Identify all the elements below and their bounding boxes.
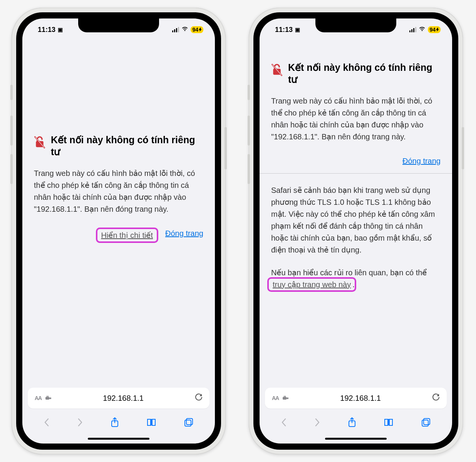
- share-button[interactable]: [111, 417, 119, 430]
- cellular-signal-icon: [409, 27, 416, 32]
- tabs-button[interactable]: [184, 417, 194, 430]
- cellular-signal-icon: [172, 27, 179, 32]
- bottom-toolbar: [260, 412, 452, 438]
- notch: [78, 18, 159, 32]
- url-text: 192.168.1.1: [103, 394, 144, 403]
- detail-text: Safari sẽ cảnh báo bạn khi trang web sử …: [271, 184, 441, 256]
- insecure-lock-icon: [271, 63, 283, 76]
- nav-back-button[interactable]: [281, 418, 287, 429]
- page-content: Kết nối này không có tính riêng tư Trang…: [22, 41, 215, 388]
- svg-rect-13: [283, 397, 287, 400]
- insecure-lock-icon: [34, 136, 45, 149]
- status-time: 11:13: [275, 26, 293, 34]
- nav-forward-button[interactable]: [314, 418, 320, 429]
- phone-mockup-right: 11:13 ▣ 94: [249, 8, 463, 454]
- close-page-link[interactable]: Đóng trang: [402, 157, 441, 166]
- svg-rect-8: [186, 418, 193, 425]
- svg-rect-9: [185, 420, 191, 426]
- visit-website-link[interactable]: truy cập trang web này: [273, 280, 351, 289]
- warning-title: Kết nối này không có tính riêng tư: [288, 62, 441, 86]
- show-details-link[interactable]: Hiển thị chi tiết: [101, 231, 153, 239]
- warning-body: Trang web này có cấu hình bảo mật lỗi th…: [271, 95, 441, 143]
- orientation-lock-icon: ▣: [295, 27, 300, 33]
- phone-mockup-left: 11:13 ▣ 94: [12, 8, 226, 454]
- home-indicator[interactable]: [325, 438, 387, 440]
- bottom-toolbar: [22, 412, 215, 438]
- battery-indicator: 94: [191, 26, 203, 33]
- svg-rect-4: [49, 398, 51, 399]
- nav-forward-button[interactable]: [77, 418, 83, 429]
- nav-back-button[interactable]: [44, 418, 50, 429]
- warning-body: Trang web này có cấu hình bảo mật lỗi th…: [34, 167, 203, 215]
- svg-rect-16: [285, 396, 286, 397]
- tabs-button[interactable]: [421, 417, 431, 430]
- extension-icon: [45, 396, 52, 400]
- annotation-highlight: Hiển thị chi tiết: [96, 228, 158, 243]
- svg-rect-15: [284, 396, 285, 397]
- svg-rect-19: [422, 420, 428, 426]
- warning-title: Kết nối này không có tính riêng tư: [51, 134, 203, 158]
- bookmarks-button[interactable]: [384, 418, 394, 429]
- text-size-button[interactable]: AA: [272, 395, 279, 401]
- bookmarks-button[interactable]: [146, 418, 156, 429]
- svg-rect-6: [48, 396, 49, 397]
- close-page-link[interactable]: Đóng trang: [165, 229, 203, 241]
- extension-icon: [283, 396, 289, 400]
- share-button[interactable]: [348, 417, 356, 430]
- notch: [315, 18, 396, 32]
- home-indicator[interactable]: [88, 438, 149, 440]
- battery-indicator: 94: [428, 26, 441, 33]
- wifi-icon: [419, 26, 426, 33]
- text-size-button[interactable]: AA: [35, 395, 42, 401]
- svg-rect-14: [287, 398, 288, 399]
- reload-button[interactable]: [432, 393, 440, 403]
- address-bar[interactable]: AA 192.168.1.1: [28, 388, 210, 408]
- visit-line: Nếu bạn hiểu các rủi ro liên quan, bạn c…: [271, 267, 441, 291]
- orientation-lock-icon: ▣: [58, 27, 63, 33]
- svg-rect-5: [47, 396, 47, 397]
- wifi-icon: [181, 26, 188, 33]
- svg-rect-3: [45, 397, 49, 400]
- svg-rect-18: [424, 418, 430, 425]
- annotation-highlight: truy cập trang web này: [267, 277, 356, 292]
- address-bar[interactable]: AA 192.168.1.1: [265, 388, 447, 408]
- status-time: 11:13: [38, 26, 55, 34]
- url-text: 192.168.1.1: [340, 394, 381, 403]
- reload-button[interactable]: [195, 393, 203, 403]
- page-content: Kết nối này không có tính riêng tư Trang…: [260, 41, 452, 388]
